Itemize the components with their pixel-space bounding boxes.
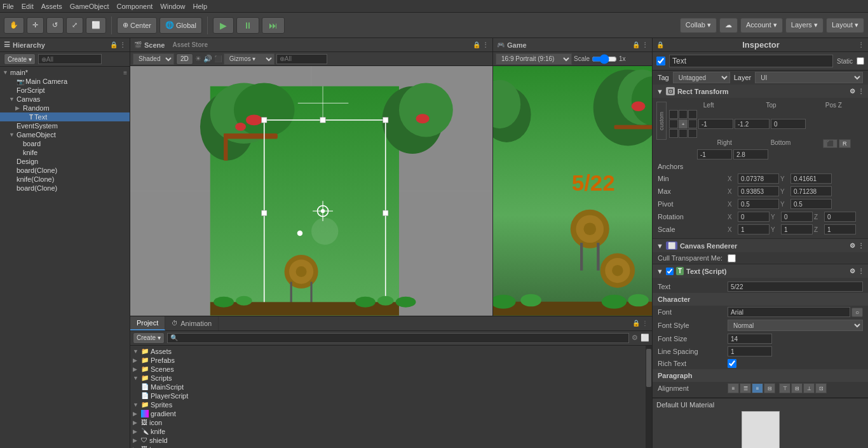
project-item-gradient[interactable]: ▶ gradient bbox=[130, 409, 646, 418]
top-input[interactable] bbox=[735, 119, 770, 129]
tree-item-knife[interactable]: knife bbox=[0, 148, 130, 157]
tree-item-text[interactable]: T Text bbox=[0, 112, 130, 121]
hierarchy-menu-icon[interactable]: ⋮ bbox=[119, 41, 126, 48]
pivot-btn[interactable]: ⊕ Center bbox=[117, 17, 157, 34]
scene-tab-label[interactable]: Scene bbox=[144, 41, 165, 49]
anchor-tl[interactable] bbox=[669, 110, 678, 119]
layout-btn[interactable]: Layout ▾ bbox=[826, 18, 864, 33]
gizmos-select[interactable]: Gizmos ▾ bbox=[224, 53, 275, 65]
anchor-ml[interactable] bbox=[669, 119, 678, 128]
bottom-input[interactable] bbox=[733, 149, 768, 160]
max-y-input[interactable] bbox=[790, 186, 832, 196]
lighting-icon[interactable]: ☀ bbox=[195, 55, 201, 63]
project-item-scenes[interactable]: ▶ 📁 Scenes bbox=[130, 365, 646, 374]
align-justify-btn[interactable]: ⊟ bbox=[764, 383, 775, 393]
inspector-menu-icon[interactable]: ⋮ bbox=[858, 41, 864, 48]
hand-tool-btn[interactable]: ✋ bbox=[4, 17, 24, 34]
2d-btn[interactable]: 2D bbox=[176, 53, 193, 65]
game-menu-icon[interactable]: ⋮ bbox=[642, 41, 648, 48]
cull-checkbox[interactable] bbox=[728, 254, 736, 262]
object-active-checkbox[interactable] bbox=[656, 57, 665, 65]
tree-item-board-clone1[interactable]: board(Clone) bbox=[0, 166, 130, 175]
anchor-tc[interactable] bbox=[679, 110, 688, 119]
play-btn[interactable]: ▶ bbox=[213, 17, 234, 34]
tree-item-maincamera[interactable]: 📷 Main Camera bbox=[0, 77, 130, 86]
game-canvas[interactable]: 5/22 bbox=[493, 66, 652, 316]
font-size-input[interactable] bbox=[728, 334, 772, 344]
rich-text-checkbox[interactable] bbox=[728, 359, 736, 368]
scene-menu-icon[interactable]: ⋮ bbox=[482, 41, 489, 48]
project-create-btn[interactable]: Create ▾ bbox=[133, 332, 165, 344]
project-item-mainscript[interactable]: 📄 MainScript bbox=[130, 383, 646, 391]
scale-slider[interactable] bbox=[592, 54, 617, 64]
cloud-btn[interactable]: ☁ bbox=[719, 18, 738, 33]
project-item-knife[interactable]: ▶ 🔪 knife bbox=[130, 427, 646, 436]
account-btn[interactable]: Account ▾ bbox=[740, 18, 783, 33]
menu-assets[interactable]: Assets bbox=[41, 3, 62, 10]
tree-item-board[interactable]: board bbox=[0, 139, 130, 148]
audio-icon[interactable]: 🔊 bbox=[203, 55, 212, 63]
align-vj-btn[interactable]: ⊡ bbox=[815, 383, 827, 393]
tree-item-design[interactable]: Design bbox=[0, 157, 130, 166]
hierarchy-lock-icon[interactable]: 🔒 bbox=[110, 41, 118, 48]
scene-lock-icon[interactable]: 🔒 bbox=[473, 41, 480, 48]
static-checkbox[interactable] bbox=[857, 57, 864, 65]
layers-btn[interactable]: Layers ▾ bbox=[785, 18, 824, 33]
anchor-grid[interactable]: + bbox=[669, 110, 697, 138]
scale-x-input[interactable] bbox=[738, 224, 770, 234]
menu-gameobject[interactable]: GameObject bbox=[70, 3, 109, 10]
canvas-renderer-menu-icon[interactable]: ⋮ bbox=[858, 242, 864, 249]
hierarchy-create-btn[interactable]: Create ▾ bbox=[4, 53, 36, 65]
tree-item-eventsystem[interactable]: EventSystem bbox=[0, 121, 130, 130]
scale-z-input[interactable] bbox=[824, 224, 856, 234]
align-center-btn[interactable]: ☰ bbox=[740, 383, 751, 393]
rot-z-input[interactable] bbox=[824, 212, 856, 222]
project-panel-icon[interactable]: ⬜ bbox=[641, 334, 649, 342]
align-top-btn[interactable]: ⊤ bbox=[779, 383, 790, 393]
tree-item-random[interactable]: ▶ Random bbox=[0, 104, 130, 112]
align-middle-btn[interactable]: ⊟ bbox=[791, 383, 803, 393]
text-script-header[interactable]: ▼ T Text (Script) ⚙ ⋮ bbox=[653, 264, 868, 278]
min-y-input[interactable] bbox=[790, 173, 832, 184]
font-input[interactable] bbox=[728, 307, 850, 317]
project-item-assets[interactable]: ▼ 📁 Assets bbox=[130, 347, 646, 356]
tag-select[interactable]: Untagged bbox=[673, 72, 730, 83]
project-item-playerscript[interactable]: 📄 PlayerScript bbox=[130, 391, 646, 400]
global-btn[interactable]: 🌐 Global bbox=[159, 17, 202, 34]
tree-item-main[interactable]: ▼ main* ≡ bbox=[0, 68, 130, 77]
rect-transform-header[interactable]: ▼ ⊡ Rect Transform ⚙ ⋮ bbox=[653, 85, 868, 98]
hierarchy-search[interactable] bbox=[38, 54, 102, 64]
pause-btn[interactable]: ⏸ bbox=[236, 17, 259, 34]
aspect-select[interactable]: 16:9 Portrait (9:16) bbox=[496, 53, 572, 65]
project-scrollbar-thumb[interactable] bbox=[646, 349, 651, 387]
text-script-settings-icon[interactable]: ⚙ bbox=[850, 268, 855, 275]
anchor-bl[interactable] bbox=[669, 129, 678, 138]
font-style-select[interactable]: Normal bbox=[728, 320, 863, 331]
rect-tool-btn[interactable]: ⬜ bbox=[86, 17, 106, 34]
scene-search[interactable] bbox=[276, 54, 327, 64]
step-btn[interactable]: ⏭ bbox=[262, 17, 285, 34]
rect-transform-settings-icon[interactable]: ⚙ bbox=[850, 88, 855, 95]
scale-tool-btn[interactable]: ⤢ bbox=[66, 17, 83, 34]
canvas-renderer-header[interactable]: ▼ ⬜ Canvas Renderer ⚙ ⋮ bbox=[653, 239, 868, 252]
text-script-menu-icon[interactable]: ⋮ bbox=[858, 268, 864, 275]
collab-btn[interactable]: Collab ▾ bbox=[680, 18, 717, 33]
layer-select[interactable]: UI bbox=[755, 72, 863, 83]
anchor-mr[interactable] bbox=[688, 119, 697, 128]
project-scrollbar[interactable] bbox=[646, 346, 652, 448]
r-btn[interactable]: ⬛ bbox=[823, 139, 837, 148]
pivot-x-input[interactable] bbox=[738, 199, 779, 209]
tree-item-gameobject[interactable]: ▼ GameObject bbox=[0, 130, 130, 139]
b-btn[interactable]: R bbox=[839, 139, 851, 148]
tree-item-knife-clone[interactable]: knife(Clone) bbox=[0, 175, 130, 184]
menu-component[interactable]: Component bbox=[116, 3, 153, 10]
tree-item-board-clone2[interactable]: board(Clone) bbox=[0, 184, 130, 193]
menu-file[interactable]: File bbox=[3, 3, 14, 10]
game-lock-icon[interactable]: 🔒 bbox=[632, 41, 640, 48]
pivot-y-input[interactable] bbox=[790, 199, 832, 209]
move-tool-btn[interactable]: ✛ bbox=[27, 17, 44, 34]
project-item-sprites[interactable]: ▼ 📁 Sprites bbox=[130, 400, 646, 409]
anchor-br[interactable] bbox=[688, 129, 697, 138]
text-script-active[interactable] bbox=[666, 268, 674, 275]
anchor-mc[interactable]: + bbox=[679, 119, 688, 128]
